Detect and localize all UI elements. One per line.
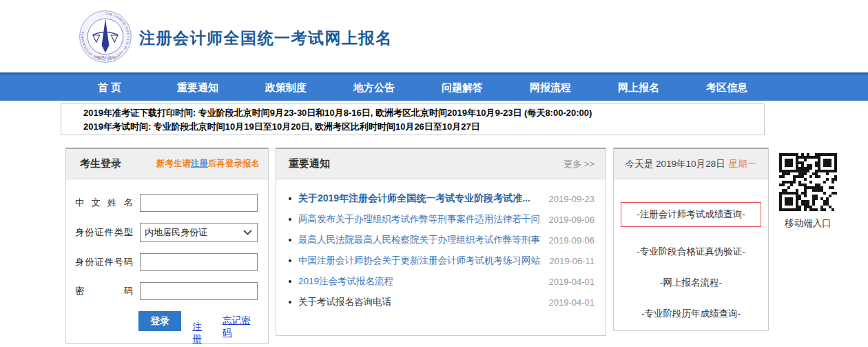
site-title: 注册会计师全国统一考试网上报名 [139, 28, 393, 49]
schedule-line-1: 2019年准考证下载打印时间: 专业阶段北京时间9月23-30日和10月8-16… [83, 106, 764, 120]
nav-item-important-notices[interactable]: 重要通知 [154, 75, 242, 101]
notice-row: 最高人民法院最高人民检察院关于办理组织考试作弊等刑事案件... 2019-09-… [289, 230, 595, 250]
svg-text:·中国注册会计师协会·: ·中国注册会计师协会· [94, 56, 116, 59]
more-link[interactable]: 更多 >> [564, 158, 595, 170]
cicpa-logo-icon: THE CHINESE INSTITUTE OF CERTIFIED PUBLI… [79, 10, 132, 63]
historical-scores-link[interactable]: -专业阶段历年成绩查询- [614, 308, 768, 320]
register-link[interactable]: 注册 [192, 321, 210, 346]
today-date: 今天是 2019年10月28日 [626, 158, 725, 170]
bullet-icon [289, 280, 291, 283]
login-panel-header: 考生登录 新考生请注册后再登录报名 [66, 149, 268, 179]
notice-row: 中国注册会计师协会关于更新注册会计师考试机考练习网站的公... 2019-06-… [289, 250, 595, 271]
qr-code [779, 153, 837, 211]
name-label: 中文姓名 [75, 197, 133, 209]
id-type-select[interactable]: 内地居民身份证 [140, 223, 258, 242]
notice-link[interactable]: 2019注会考试报名流程 [298, 275, 541, 288]
bullet-icon [289, 301, 291, 304]
notice-link[interactable]: 两高发布关于办理组织考试作弊等刑事案件适用法律若干问题的... [298, 213, 541, 226]
login-form: 中文姓名 身份证件类型 内地居民身份证 身份证件号码 密码 登录 注册 [66, 179, 268, 346]
id-type-label: 身份证件类型 [75, 226, 133, 239]
nav-item-home[interactable]: 首 页 [65, 75, 154, 101]
nav-item-local-announcements[interactable]: 地方公告 [330, 75, 418, 101]
notice-link[interactable]: 中国注册会计师协会关于更新注册会计师考试机考练习网站的公... [298, 255, 541, 267]
notice-date: 2019-04-01 [549, 277, 595, 287]
id-number-input[interactable] [140, 253, 258, 271]
quick-links-list: -注册会计师考试成绩查询- -专业阶段合格证真伪验证- -网上报名流程- -专业… [614, 179, 768, 320]
notices-title: 重要通知 [289, 157, 330, 170]
exam-schedule-notice: 2019年准考证下载打印时间: 专业阶段北京时间9月23-30日和10月8-16… [61, 103, 765, 135]
nav-item-registration-process[interactable]: 网报流程 [506, 75, 595, 101]
nav-item-policies[interactable]: 政策制度 [242, 75, 330, 101]
notice-link[interactable]: 最高人民法院最高人民检察院关于办理组织考试作弊等刑事案件... [298, 234, 541, 246]
notice-date: 2019-04-01 [549, 297, 595, 308]
notice-link[interactable]: 关于考试报名咨询电话 [298, 296, 541, 308]
new-candidate-hint: 新考生请注册后再登录报名 [156, 158, 260, 170]
hint-suffix: 后再登录报名 [208, 159, 260, 168]
bullet-icon [289, 218, 291, 221]
quick-links-panel: 今天是 2019年10月28日 星期一 -注册会计师考试成绩查询- -专业阶段合… [613, 148, 769, 331]
chevron-down-icon [243, 230, 252, 235]
registration-process-link[interactable]: -网上报名流程- [614, 277, 768, 289]
important-notices-panel: 重要通知 更多 >> 关于2019年注册会计师全国统一考试专业阶段考试准... … [276, 148, 606, 336]
score-query-link[interactable]: -注册会计师考试成绩查询- [621, 202, 761, 227]
notice-row: 关于考试报名咨询电话 2019-04-01 [289, 292, 595, 313]
nav-item-exam-area-info[interactable]: 考区信息 [683, 75, 771, 101]
password-input[interactable] [140, 282, 258, 300]
nav-item-online-registration[interactable]: 网上报名 [595, 75, 683, 101]
mobile-entry: 移动端入口 [778, 153, 838, 230]
main-nav: 首 页 重要通知 政策制度 地方公告 问题解答 网报流程 网上报名 考区信息 [0, 72, 868, 101]
notice-date: 2019-09-06 [549, 215, 595, 225]
bullet-icon [289, 239, 291, 241]
notice-date: 2019-09-23 [549, 194, 595, 204]
login-button[interactable]: 登录 [138, 311, 181, 331]
qr-caption: 移动端入口 [778, 217, 838, 230]
notice-link[interactable]: 关于2019年注册会计师全国统一考试专业阶段考试准... [298, 192, 541, 205]
bullet-icon [289, 259, 291, 262]
notice-list: 关于2019年注册会计师全国统一考试专业阶段考试准... 2019-09-23 … [276, 179, 606, 313]
chinese-name-input[interactable] [140, 194, 258, 212]
forgot-password-link[interactable]: 忘记密码 [223, 315, 258, 339]
bullet-icon [289, 197, 291, 200]
login-title: 考生登录 [80, 157, 121, 170]
schedule-line-2: 2019年考试时间: 专业阶段北京时间10月19日至10月20日, 欧洲考区比利… [83, 120, 764, 134]
nav-item-faq[interactable]: 问题解答 [418, 75, 506, 101]
id-number-label: 身份证件号码 [75, 256, 133, 268]
password-label: 密码 [75, 285, 133, 297]
certificate-verification-link[interactable]: -专业阶段合格证真伪验证- [614, 246, 768, 258]
notice-row: 2019注会考试报名流程 2019-04-01 [289, 271, 595, 292]
hint-prefix: 新考生请 [156, 159, 191, 168]
notice-date: 2019-09-06 [549, 235, 595, 246]
register-hint-link[interactable]: 注册 [191, 159, 208, 168]
notice-row: 关于2019年注册会计师全国统一考试专业阶段考试准... 2019-09-23 [289, 188, 595, 209]
notice-date: 2019-06-11 [549, 256, 595, 266]
notice-row: 两高发布关于办理组织考试作弊等刑事案件适用法律若干问题的... 2019-09-… [289, 209, 595, 230]
weekday: 星期一 [729, 158, 757, 170]
login-panel: 考生登录 新考生请注册后再登录报名 中文姓名 身份证件类型 内地居民身份证 身份… [65, 148, 269, 344]
date-header: 今天是 2019年10月28日 星期一 [614, 149, 768, 179]
id-type-value: 内地居民身份证 [145, 226, 207, 239]
notices-panel-header: 重要通知 更多 >> [276, 149, 606, 179]
page: THE CHINESE INSTITUTE OF CERTIFIED PUBLI… [0, 0, 868, 347]
